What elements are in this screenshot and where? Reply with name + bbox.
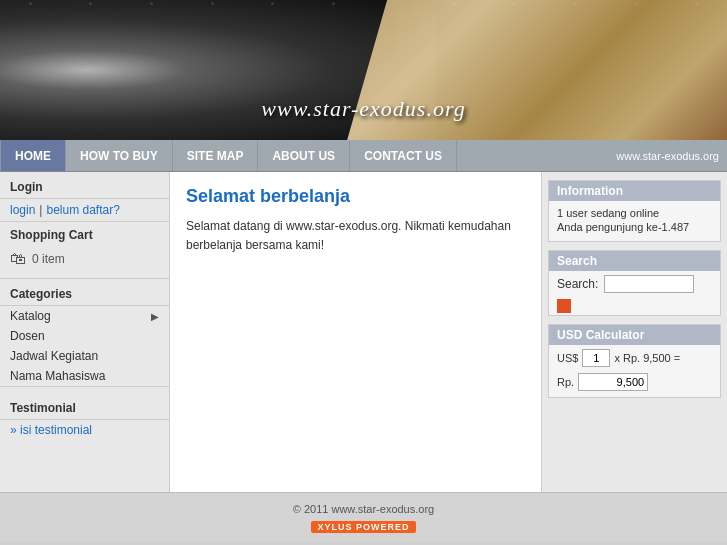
search-submit-button[interactable] bbox=[557, 299, 571, 313]
nav-site-map[interactable]: SITE MAP bbox=[173, 140, 259, 171]
category-dosen[interactable]: Dosen bbox=[0, 326, 169, 346]
info-line-1: 1 user sedang online bbox=[557, 207, 712, 219]
categories-section: Categories Katalog ▶ Dosen Jadwal Kegiat… bbox=[0, 279, 169, 387]
search-label: Search: bbox=[557, 277, 598, 291]
info-title: Information bbox=[549, 181, 720, 201]
main-nav: HOME HOW TO BUY SITE MAP ABOUT US CONTAC… bbox=[0, 140, 727, 172]
right-panel: Information 1 user sedang online Anda pe… bbox=[542, 172, 727, 492]
testimonial-title: Testimonial bbox=[0, 393, 169, 420]
shopping-cart-section: Shopping Cart 🛍 0 item bbox=[0, 222, 169, 279]
usd-title: USD Calculator bbox=[549, 325, 720, 345]
sidebar: Login login | belum daftar? Shopping Car… bbox=[0, 172, 170, 492]
usd-result-input[interactable] bbox=[578, 373, 648, 391]
category-jadwal[interactable]: Jadwal Kegiatan bbox=[0, 346, 169, 366]
usd-amount-input[interactable] bbox=[582, 349, 610, 367]
testimonial-link[interactable]: » isi testimonial bbox=[0, 420, 169, 440]
categories-title: Categories bbox=[0, 279, 169, 306]
site-title: www.star-exodus.org bbox=[261, 96, 465, 122]
usd-rate-text: x Rp. 9,500 = bbox=[614, 352, 680, 364]
category-katalog[interactable]: Katalog ▶ bbox=[0, 306, 169, 326]
nav-how-to-buy[interactable]: HOW TO BUY bbox=[66, 140, 173, 171]
site-header: www.star-exodus.org bbox=[0, 0, 727, 140]
site-footer: © 2011 www.star-exodus.org XYLUS POWERED bbox=[0, 492, 727, 541]
cart-count: 0 item bbox=[32, 252, 65, 266]
usd-calculator-box: USD Calculator US$ x Rp. 9,500 = Rp. bbox=[548, 324, 721, 398]
sidebar-login-title: Login bbox=[0, 172, 169, 199]
usd-row: US$ x Rp. 9,500 = bbox=[549, 345, 720, 371]
main-layout: Login login | belum daftar? Shopping Car… bbox=[0, 172, 727, 492]
content-body: Selamat datang di www.star-exodus.org. N… bbox=[186, 217, 525, 255]
katalog-arrow: ▶ bbox=[151, 311, 159, 322]
usd-label: US$ bbox=[557, 352, 578, 364]
nav-contact-us[interactable]: CONTACT US bbox=[350, 140, 457, 171]
search-input[interactable] bbox=[604, 275, 694, 293]
nav-home[interactable]: HOME bbox=[0, 140, 66, 171]
cart-title: Shopping Cart bbox=[10, 228, 159, 246]
powered-badge: XYLUS POWERED bbox=[311, 521, 415, 533]
register-link[interactable]: belum daftar? bbox=[46, 203, 119, 217]
cart-icon: 🛍 bbox=[10, 250, 26, 268]
footer-copyright: © 2011 www.star-exodus.org bbox=[0, 503, 727, 515]
search-row: Search: bbox=[549, 271, 720, 297]
content-title: Selamat berbelanja bbox=[186, 186, 525, 207]
usd-result-label: Rp. bbox=[557, 376, 574, 388]
nav-site-url: www.star-exodus.org bbox=[616, 150, 727, 162]
info-content: 1 user sedang online Anda pengunjung ke-… bbox=[549, 201, 720, 241]
category-mahasiswa[interactable]: Nama Mahasiswa bbox=[0, 366, 169, 386]
search-title: Search bbox=[549, 251, 720, 271]
usd-result-row: Rp. bbox=[549, 371, 720, 397]
testimonial-section: Testimonial » isi testimonial bbox=[0, 387, 169, 446]
login-separator: | bbox=[39, 203, 42, 217]
info-line-2: Anda pengunjung ke-1.487 bbox=[557, 221, 712, 233]
info-box: Information 1 user sedang online Anda pe… bbox=[548, 180, 721, 242]
nav-about-us[interactable]: ABOUT US bbox=[258, 140, 350, 171]
login-link[interactable]: login bbox=[10, 203, 35, 217]
search-box: Search Search: bbox=[548, 250, 721, 316]
cart-icon-row: 🛍 0 item bbox=[10, 246, 159, 272]
main-content: Selamat berbelanja Selamat datang di www… bbox=[170, 172, 542, 492]
